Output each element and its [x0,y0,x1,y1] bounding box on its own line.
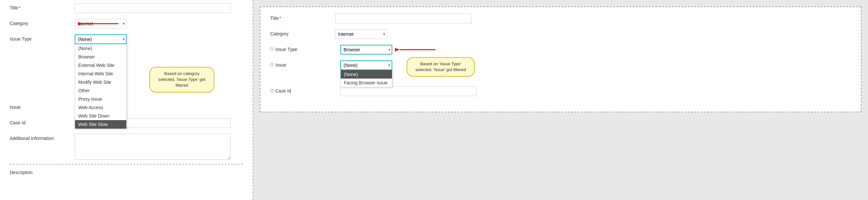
dropdown-item-facing-browser[interactable]: Facing Browser Issue [341,78,392,87]
title-row-right: Title* [270,13,851,23]
callout-right: Based on 'Issue Type' selected, 'Issue' … [407,57,475,77]
dot-circle-issue [270,63,273,66]
issue-type-row: Issue Type (None) (None) Browser Externa… [10,34,243,44]
additional-info-textarea[interactable] [75,134,230,160]
category-control-right: Internet [335,29,491,39]
red-arrow-issue-type [395,45,437,55]
category-row-right: Category Internet [270,29,851,39]
category-label: Category [10,19,75,26]
case-id-label-right: Case Id [275,86,340,94]
case-id-input-right[interactable] [340,86,477,96]
callout-left: Based on category selected, 'Issue Type'… [149,67,214,93]
issue-type-label-right: Issue Type [275,45,340,52]
issue-type-select-right[interactable]: Browser [340,45,392,55]
dropdown-item-none[interactable]: (None) [75,44,126,53]
additional-info-row: Additional Information [10,134,243,165]
additional-info-control [75,134,230,161]
title-input-right[interactable] [335,13,471,23]
dropdown-item-proxy[interactable]: Proxy Issue [75,95,126,103]
right-panel-inner: Title* Category Internet Issue Type [260,6,862,112]
red-arrow-category [78,19,120,29]
issue-type-row-right: Issue Type Browser [270,45,851,55]
issue-type-label: Issue Type [10,34,75,41]
left-panel: Title* Category Internet [0,0,253,200]
issue-type-select[interactable]: (None) [75,34,127,44]
issue-type-select-wrapper: (None) (None) Browser External Web Site … [75,34,127,44]
issue-type-control: (None) (None) Browser External Web Site … [75,34,230,44]
title-row: Title* [10,3,243,13]
description-row-left: Description [10,168,243,175]
issue-select-wrapper-right: (None) (None) Facing Browser Issue [340,60,392,70]
category-select-wrapper-right: Internet [335,29,387,39]
issue-dropdown-right: (None) Facing Browser Issue [340,70,392,87]
case-id-row-right: Case Id [270,86,851,96]
dropdown-item-webaccess[interactable]: Web Access [75,103,126,112]
issue-type-select-wrapper-right: Browser [340,45,392,55]
title-label-right: Title* [270,13,335,21]
issue-select-right[interactable]: (None) [340,60,392,70]
description-label-left: Description [10,168,75,175]
dot-circle-caseid [270,89,273,92]
category-label-right: Category [270,29,335,36]
right-panel: Title* Category Internet Issue Type [253,0,868,200]
title-input-wrapper-right [335,13,491,23]
dropdown-item-external[interactable]: External Web Site [75,61,126,69]
category-control: Internet [75,19,230,29]
additional-info-label: Additional Information [10,134,75,141]
title-input[interactable] [75,3,230,13]
dropdown-item-browser[interactable]: Browser [75,53,126,61]
dot-circle-issue-type [270,47,273,51]
title-input-wrapper [75,3,230,13]
issue-label-right: Issue [275,60,340,68]
dropdown-item-other[interactable]: Other [75,86,126,95]
issue-label-left: Issue [10,103,75,110]
issue-type-dropdown: (None) Browser External Web Site Interna… [75,44,127,129]
category-select-right[interactable]: Internet [335,29,387,39]
case-id-control-right [340,86,496,96]
dropdown-item-internal[interactable]: Internal Web Site [75,69,126,78]
case-id-label-left: Case Id [10,118,75,125]
title-label: Title* [10,3,75,10]
issue-row-right: Issue (None) (None) Facing Browser Issue… [270,60,851,70]
issue-type-control-right: Browser [340,45,496,55]
dropdown-item-websiteslow[interactable]: Web Site Slow [75,120,126,129]
category-row: Category Internet [10,19,243,29]
dropdown-item-none-right[interactable]: (None) [341,70,392,78]
dropdown-item-websitedown[interactable]: Web Site Down [75,112,126,120]
dropdown-item-modify[interactable]: Modify Web Site [75,78,126,86]
